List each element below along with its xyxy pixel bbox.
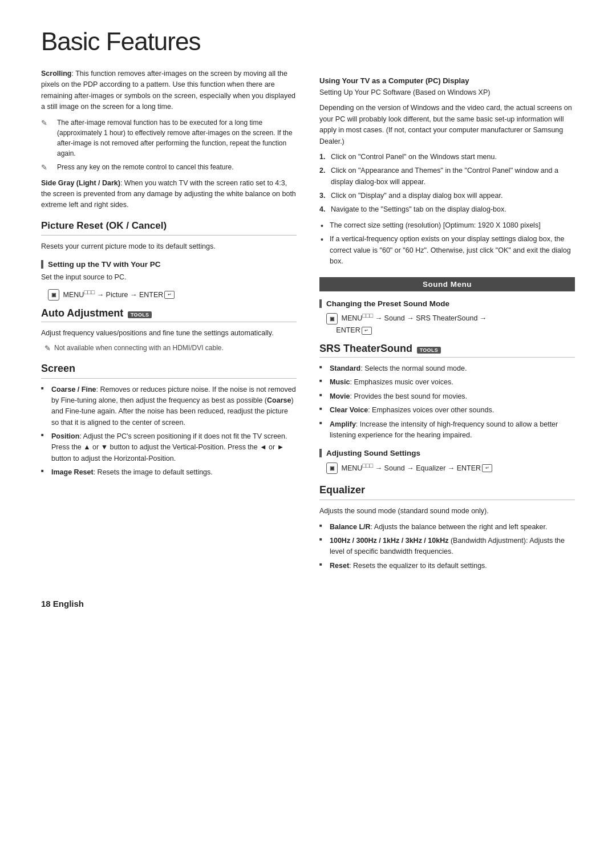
side-gray-heading: Side Gray (Light / Dark) — [41, 179, 120, 187]
equalizer-heading: Equalizer — [319, 484, 575, 496]
step-1: 1.Click on "Control Panel" on the Window… — [319, 152, 575, 163]
scrolling-text: : This function removes after-images on … — [41, 70, 295, 111]
picture-reset-heading: Picture Reset (OK / Cancel) — [41, 220, 297, 232]
page-title: Basic Features — [41, 27, 575, 56]
side-gray-para: Side Gray (Light / Dark): When you watch… — [41, 178, 297, 211]
left-column: Scrolling: This function removes after-i… — [41, 68, 297, 576]
srs-bullet-3: Movie: Provides the best sound for movie… — [319, 391, 575, 402]
changing-preset-heading: Changing the Preset Sound Mode — [319, 299, 575, 308]
adjusting-sound-menu: ▣ MENU□□□ → Sound → Equalizer → ENTER↵ — [326, 461, 575, 474]
using-tv-pc-intro: Setting Up Your PC Software (Based on Wi… — [319, 87, 575, 98]
auto-adjustment-rule — [41, 322, 297, 322]
picture-reset-text: Resets your current picture mode to its … — [41, 241, 297, 252]
equalizer-rule — [319, 500, 575, 500]
enter-icon-sound2: ↵ — [482, 464, 492, 472]
sound-menu-banner: Sound Menu — [319, 277, 575, 291]
screen-heading: Screen — [41, 363, 297, 375]
dot-bullet-2: If a vertical-frequency option exists on… — [319, 234, 575, 267]
auto-adjustment-tools: TOOLS — [128, 311, 152, 318]
setting-up-tv-text: Set the input source to PC. — [41, 272, 297, 283]
page-language: English — [53, 599, 84, 608]
setting-up-tv-heading: Setting up the TV with Your PC — [41, 260, 297, 269]
equalizer-bullet-list: Balance L/R: Adjusts the balance between… — [319, 522, 575, 572]
srs-section: SRS TheaterSound TOOLS — [319, 343, 575, 355]
note-item-2: Press any key on the remote control to c… — [41, 162, 297, 172]
enter-icon-picture: ↵ — [164, 291, 175, 299]
note-item-1: The after-image removal function has to … — [41, 117, 297, 159]
page-number: 18 — [41, 599, 51, 608]
using-tv-pc-text: Depending on the version of Windows and … — [319, 103, 575, 147]
main-content: Scrolling: This function removes after-i… — [41, 68, 575, 576]
adjusting-sound-menu-text: MENU□□□ → Sound → Equalizer → ENTER — [341, 464, 481, 472]
auto-adjustment-section: Auto Adjustment TOOLS — [41, 307, 297, 319]
menu-icon-sound2: ▣ — [326, 462, 338, 474]
scrolling-heading: Scrolling — [41, 70, 71, 78]
srs-bullet-list: Standard: Selects the normal sound mode.… — [319, 363, 575, 441]
srs-bullet-5: Amplify: Increase the intensity of high-… — [319, 419, 575, 441]
srs-bullet-1: Standard: Selects the normal sound mode. — [319, 363, 575, 374]
step-3: 3.Click on "Display" and a display dialo… — [319, 190, 575, 201]
scrolling-para: Scrolling: This function removes after-i… — [41, 68, 297, 113]
auto-adjustment-text: Adjust frequency values/positions and fi… — [41, 328, 297, 339]
screen-bullet-1: Coarse / Fine: Removes or reduces pictur… — [41, 384, 297, 429]
dot-bullets: The correct size setting (resolution) [O… — [319, 220, 575, 267]
step-4: 4.Navigate to the "Settings" tab on the … — [319, 204, 575, 215]
eq-bullet-2: 100Hz / 300Hz / 1kHz / 3kHz / 10kHz (Ban… — [319, 535, 575, 558]
enter-icon-sound1: ↵ — [362, 327, 372, 335]
scrolling-notes: The after-image removal function has to … — [41, 117, 297, 172]
menu-line-picture: ▣ MENU□□□ → Picture → ENTER↵ — [48, 287, 297, 301]
srs-bullet-4: Clear Voice: Emphasizes voices over othe… — [319, 405, 575, 416]
srs-tools-badge: TOOLS — [417, 347, 441, 354]
using-tv-pc-heading: Using Your TV as a Computer (PC) Display — [319, 76, 575, 85]
eq-bullet-3: Reset: Resets the equalizer to its defau… — [319, 561, 575, 571]
adjusting-sound-heading: Adjusting Sound Settings — [319, 449, 575, 457]
equalizer-text: Adjusts the sound mode (standard sound m… — [319, 506, 575, 517]
dot-bullet-1: The correct size setting (resolution) [O… — [319, 220, 575, 231]
menu-icon-sound1: ▣ — [326, 313, 338, 324]
right-column: Using Your TV as a Computer (PC) Display… — [319, 68, 575, 576]
step-2: 2.Click on "Appearance and Themes" in th… — [319, 165, 575, 188]
srs-bullet-2: Music: Emphasizes music over voices. — [319, 377, 575, 388]
screen-bullet-list: Coarse / Fine: Removes or reduces pictur… — [41, 384, 297, 478]
screen-rule — [41, 378, 297, 379]
srs-heading: SRS TheaterSound — [319, 343, 412, 354]
screen-bullet-3: Image Reset: Resets the image to default… — [41, 467, 297, 478]
auto-adjustment-note: Not available when connecting with an HD… — [41, 344, 297, 352]
auto-adjustment-heading: Auto Adjustment — [41, 307, 123, 319]
picture-reset-rule — [41, 235, 297, 236]
srs-rule — [319, 357, 575, 358]
changing-preset-menu-text: MENU□□□ → Sound → SRS TheaterSound → ENT… — [326, 314, 487, 334]
menu-icon-picture: ▣ — [48, 289, 59, 301]
eq-bullet-1: Balance L/R: Adjusts the balance between… — [319, 522, 575, 533]
page-footer: 18 English — [41, 599, 575, 608]
changing-preset-menu: ▣ MENU□□□ → Sound → SRS TheaterSound → E… — [326, 311, 575, 336]
menu-line-picture-text: MENU□□□ → Picture → ENTER — [63, 291, 163, 299]
numbered-steps: 1.Click on "Control Panel" on the Window… — [319, 152, 575, 216]
screen-bullet-2: Position: Adjust the PC's screen positio… — [41, 431, 297, 464]
